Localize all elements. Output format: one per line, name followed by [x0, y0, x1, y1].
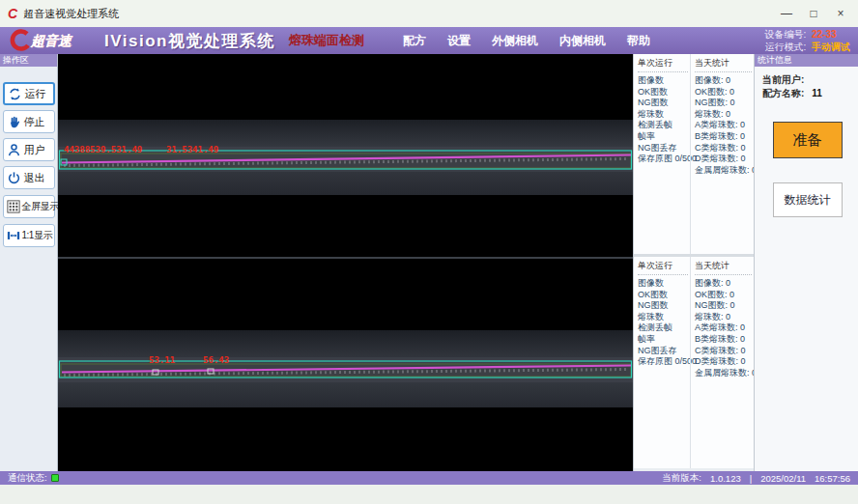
stat-row: D类熔珠数: 0 [695, 356, 752, 368]
version-value: 1.0.123 [710, 473, 741, 484]
stat-row: B类熔珠数: 0 [695, 334, 752, 346]
window-title: 超音速视觉处理系统 [23, 7, 119, 21]
outer-camera-view[interactable]: 44388539.531.49 31.5341.49 [58, 54, 633, 257]
version-separator: | [750, 473, 752, 484]
stat-row: 图像数: 0 [695, 75, 752, 87]
stop-button[interactable]: 停止 [3, 110, 55, 133]
one-to-one-button[interactable]: 1:1显示 [3, 224, 55, 247]
stat-row: A类熔珠数: 0 [695, 120, 752, 131]
desktop-strip [0, 485, 858, 504]
measurement-annotation: 31.5341.49 [166, 145, 218, 154]
user-icon [7, 143, 21, 157]
stat-row: 熔珠数: 0 [695, 109, 752, 121]
power-icon [7, 171, 21, 185]
run-button-label: 运行 [25, 87, 46, 101]
single-run-stats: 单次运行 图像数 OK图数 NG图数 熔珠数 检测丢帧 帧率 NG图丢存 保存原… [634, 257, 690, 468]
one-to-one-button-label: 1:1显示 [22, 229, 52, 242]
menu-recipe[interactable]: 配方 [403, 33, 426, 49]
run-mode-label: 运行模式: [764, 42, 806, 52]
window-controls: — □ × [773, 3, 854, 24]
stat-row: NG图数 [638, 98, 688, 109]
outer-camera-stats-panel: 单次运行 图像数 OK图数 NG图数 熔珠数 检测丢帧 帧率 NG图丢存 保存原… [634, 54, 754, 257]
status-date: 2025/02/11 [760, 473, 806, 484]
stat-row: 金属屑熔珠数: 0 [695, 368, 752, 379]
run-cycle-icon [8, 87, 22, 101]
stat-row: B类熔珠数: 0 [695, 131, 752, 143]
app-header: 超音速 IVision视觉处理系统 熔珠端面检测 配方 设置 外侧相机 内侧相机… [0, 27, 858, 54]
stat-row: A类熔珠数: 0 [695, 322, 752, 334]
stop-button-label: 停止 [24, 115, 45, 129]
outer-camera-image: 44388539.531.49 31.5341.49 [58, 54, 633, 257]
menu-help[interactable]: 帮助 [627, 33, 650, 49]
user-button[interactable]: 用户 [3, 138, 55, 161]
single-run-title: 单次运行 [638, 260, 688, 275]
stat-row: OK图数: 0 [695, 290, 752, 301]
stat-row: 图像数: 0 [695, 278, 752, 290]
recipe-name-label: 配方名称: [762, 88, 804, 98]
stat-row: NG图数 [638, 300, 688, 312]
titlebar: C 超音速视觉处理系统 — □ × [0, 0, 858, 27]
fullscreen-button-label: 全屏显示 [22, 200, 59, 213]
menu-settings[interactable]: 设置 [447, 33, 471, 49]
run-button[interactable]: 运行 [3, 82, 55, 105]
stat-row: OK图数: 0 [695, 87, 752, 98]
app-window: C 超音速视觉处理系统 — □ × 超音速 IVision视觉处理系统 熔珠端面… [0, 0, 858, 504]
exit-button[interactable]: 退出 [3, 166, 55, 189]
stat-row: 帧率 [638, 131, 688, 143]
stat-row: 检测丢帧 [638, 120, 688, 131]
data-statistics-button[interactable]: 数据统计 [773, 182, 843, 217]
menu-inner-camera[interactable]: 内侧相机 [559, 33, 606, 49]
operation-sidebar: 操作区 运行 停止 [0, 54, 58, 471]
inner-camera-stats-panel: 单次运行 图像数 OK图数 NG图数 熔珠数 检测丢帧 帧率 NG图丢存 保存原… [634, 257, 754, 468]
menu-bar: 配方 设置 外侧相机 内侧相机 帮助 [403, 33, 650, 49]
today-stats: 当天统计 图像数: 0 OK图数: 0 NG图数: 0 熔珠数: 0 A类熔珠数… [690, 54, 754, 254]
stat-row: OK图数 [638, 290, 688, 301]
version-info: 当前版本: 1.0.123 | 2025/02/11 16:57:56 [662, 472, 850, 485]
fullscreen-grid-icon [7, 200, 20, 213]
status-time: 16:57:56 [815, 473, 850, 484]
stat-row: 图像数 [638, 278, 688, 290]
device-number-value: 22-33 [812, 29, 837, 40]
app-logo-icon: C [8, 7, 17, 20]
info-panel-title: 统计信息 [755, 54, 858, 67]
statistics-column: 单次运行 图像数 OK图数 NG图数 熔珠数 检测丢帧 帧率 NG图丢存 保存原… [633, 54, 754, 471]
stop-hand-icon [7, 115, 21, 129]
user-button-label: 用户 [24, 143, 45, 157]
close-icon[interactable]: × [827, 3, 854, 24]
stat-row: 金属屑熔珠数: 0 [695, 165, 752, 177]
device-info: 设备编号: 22-33 运行模式: 手动调试 [764, 28, 850, 53]
info-panel-body: 当前用户: 配方名称: 11 准备 数据统计 [755, 67, 858, 471]
measurement-annotation: 53.11 [149, 355, 175, 365]
minimize-icon[interactable]: — [773, 3, 800, 24]
device-number-label: 设备编号: [764, 29, 806, 40]
run-mode-value: 手动调试 [812, 42, 850, 52]
stat-row: 图像数 [638, 75, 688, 87]
stat-row: C类熔珠数: 0 [695, 143, 752, 154]
stat-row: NG图丢存 [638, 143, 688, 154]
comm-status-label: 通信状态: [8, 472, 47, 485]
stat-row: 熔珠数 [638, 109, 688, 121]
inner-camera-view[interactable]: 53.11 56.43 [58, 259, 633, 469]
current-user-label: 当前用户: [762, 74, 804, 85]
device-number-row: 设备编号: 22-33 [764, 28, 850, 41]
measurement-annotation: 44388539.531.49 [64, 145, 142, 154]
status-bar: 通信状态: 当前版本: 1.0.123 | 2025/02/11 16:57:5… [0, 471, 858, 485]
stat-row: 保存原图 0/500 [638, 154, 688, 165]
single-run-stats: 单次运行 图像数 OK图数 NG图数 熔珠数 检测丢帧 帧率 NG图丢存 保存原… [634, 54, 690, 254]
prepare-button[interactable]: 准备 [773, 122, 843, 158]
stat-row: NG图丢存 [638, 346, 688, 357]
stat-row: D类熔珠数: 0 [695, 154, 752, 165]
menu-outer-camera[interactable]: 外侧相机 [492, 33, 538, 49]
app-title: IVision视觉处理系统 [104, 30, 275, 52]
brand-logo: 超音速 [8, 29, 100, 52]
maximize-icon[interactable]: □ [800, 3, 827, 24]
stat-row: 检测丢帧 [638, 322, 688, 334]
stat-row: NG图数: 0 [695, 98, 752, 109]
fullscreen-button[interactable]: 全屏显示 [3, 195, 55, 218]
inner-camera-image: 53.11 56.43 [58, 259, 633, 469]
sidebar-buttons: 运行 停止 用户 [0, 67, 57, 252]
main-area: 操作区 运行 停止 [0, 54, 858, 471]
today-stats-title: 当天统计 [695, 57, 752, 72]
recipe-name-row: 配方名称: 11 [762, 87, 852, 100]
statistics-info-panel: 统计信息 当前用户: 配方名称: 11 准备 数据统计 [754, 54, 858, 471]
